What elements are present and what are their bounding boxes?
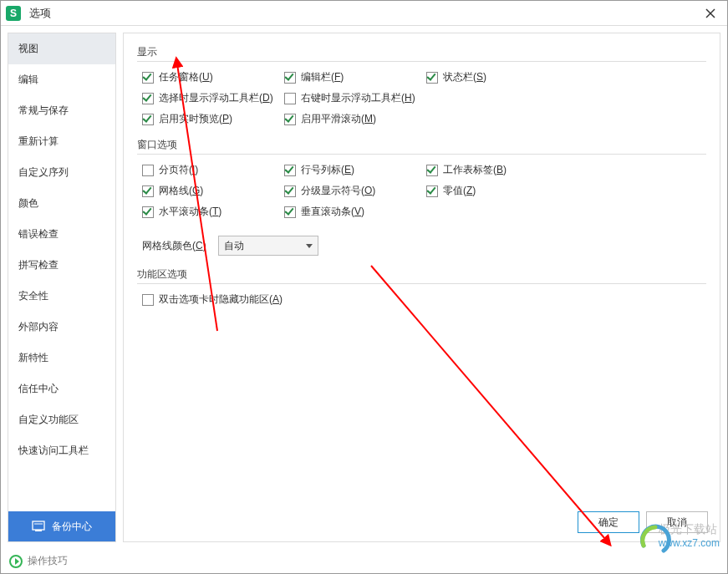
- section-window-title: 窗口选项: [137, 138, 706, 152]
- close-icon: [705, 8, 715, 18]
- svg-rect-2: [33, 521, 44, 530]
- backup-center-button[interactable]: 备份中心: [8, 511, 115, 541]
- checkbox-option[interactable]: 行号列标(E): [284, 163, 426, 177]
- titlebar: S 选项: [1, 1, 727, 26]
- ribbon-options-grid: 双击选项卡时隐藏功能区(A): [142, 292, 706, 307]
- sidebar-item[interactable]: 外部内容: [8, 312, 115, 343]
- section-divider: [137, 154, 706, 155]
- checkbox-option[interactable]: 启用平滑滚动(M): [284, 112, 426, 126]
- close-button[interactable]: [699, 4, 722, 23]
- section-divider: [137, 61, 706, 62]
- checkbox-option[interactable]: 水平滚动条(T): [142, 205, 284, 219]
- gridline-color-row: 网格线颜色(C) 自动: [142, 236, 706, 256]
- checkbox-label: 分级显示符号(O): [301, 184, 375, 198]
- checkbox-label: 选择时显示浮动工具栏(D): [159, 91, 273, 105]
- checkbox-option[interactable]: 工作表标签(B): [426, 163, 568, 177]
- section-ribbon-title: 功能区选项: [137, 267, 706, 282]
- sidebar-item[interactable]: 信任中心: [8, 373, 115, 404]
- sidebar-item[interactable]: 自定义序列: [8, 157, 115, 188]
- checkbox-option[interactable]: 零值(Z): [426, 184, 568, 198]
- checkbox-option[interactable]: 网格线(G): [142, 184, 284, 198]
- checkbox-icon: [426, 165, 438, 176]
- checkbox-icon: [284, 114, 296, 125]
- sidebar-item[interactable]: 重新计算: [8, 126, 115, 157]
- checkbox-icon: [142, 185, 154, 197]
- section-display-title: 显示: [137, 45, 706, 59]
- checkbox-option[interactable]: 分页符(I): [142, 163, 284, 177]
- checkbox-label: 分页符(I): [159, 163, 198, 177]
- sidebar-item[interactable]: 拼写检查: [8, 250, 115, 281]
- backup-center-label: 备份中心: [52, 520, 92, 534]
- checkbox-icon: [142, 165, 154, 176]
- checkbox-label: 行号列标(E): [301, 163, 354, 177]
- checkbox-icon: [284, 93, 296, 104]
- checkbox-icon: [284, 165, 296, 176]
- checkbox-option[interactable]: 选择时显示浮动工具栏(D): [142, 91, 284, 105]
- checkbox-icon: [142, 206, 154, 218]
- gridline-color-value: 自动: [224, 239, 244, 253]
- sidebar-item[interactable]: 快速访问工具栏: [8, 435, 115, 466]
- svg-rect-3: [35, 530, 42, 531]
- checkbox-option[interactable]: 编辑栏(F): [284, 70, 426, 84]
- dialog-buttons: 确定 取消: [578, 511, 708, 533]
- sidebar-item[interactable]: 自定义功能区: [8, 404, 115, 435]
- checkbox-icon: [284, 206, 296, 218]
- tips-link[interactable]: 操作技巧: [28, 554, 68, 568]
- checkbox-icon: [142, 72, 154, 84]
- body: 视图编辑常规与保存重新计算自定义序列颜色错误检查拼写检查安全性外部内容新特性信任…: [1, 26, 727, 549]
- checkbox-icon: [284, 185, 296, 197]
- display-options-grid: 任务窗格(U)编辑栏(F)状态栏(S)选择时显示浮动工具栏(D)右键时显示浮动工…: [142, 70, 706, 126]
- checkbox-label: 状态栏(S): [443, 70, 486, 84]
- checkbox-option[interactable]: 垂直滚动条(V): [284, 205, 426, 219]
- checkbox-option[interactable]: 状态栏(S): [426, 70, 568, 84]
- cancel-button[interactable]: 取消: [646, 511, 708, 533]
- tip-play-icon: [9, 555, 23, 568]
- checkbox-label: 任务窗格(U): [159, 70, 213, 84]
- checkbox-option[interactable]: 分级显示符号(O): [284, 184, 426, 198]
- checkbox-icon: [284, 72, 296, 84]
- window-title: 选项: [29, 6, 699, 21]
- checkbox-option[interactable]: 任务窗格(U): [142, 70, 284, 84]
- sidebar-item[interactable]: 安全性: [8, 281, 115, 312]
- app-icon: S: [6, 6, 21, 21]
- sidebar-item[interactable]: 常规与保存: [8, 95, 115, 126]
- sidebar-item[interactable]: 错误检查: [8, 219, 115, 250]
- checkbox-label: 启用实时预览(P): [159, 112, 232, 126]
- options-window: S 选项 视图编辑常规与保存重新计算自定义序列颜色错误检查拼写检查安全性外部内容…: [0, 0, 728, 574]
- checkbox-label: 编辑栏(F): [301, 70, 344, 84]
- checkbox-label: 工作表标签(B): [443, 163, 507, 177]
- checkbox-label: 水平滚动条(T): [159, 205, 221, 219]
- sidebar: 视图编辑常规与保存重新计算自定义序列颜色错误检查拼写检查安全性外部内容新特性信任…: [8, 33, 116, 542]
- sidebar-item[interactable]: 编辑: [8, 64, 115, 95]
- checkbox-label: 右键时显示浮动工具栏(H): [301, 91, 415, 105]
- checkbox-option[interactable]: 双击选项卡时隐藏功能区(A): [142, 292, 426, 307]
- sidebar-list: 视图编辑常规与保存重新计算自定义序列颜色错误检查拼写检查安全性外部内容新特性信任…: [8, 33, 115, 511]
- gridline-color-label: 网格线颜色(C): [142, 239, 206, 253]
- checkbox-option[interactable]: 启用实时预览(P): [142, 112, 284, 126]
- chevron-down-icon: [306, 244, 313, 248]
- checkbox-icon: [142, 294, 154, 306]
- gridline-color-select[interactable]: 自动: [218, 236, 318, 256]
- section-divider: [137, 283, 706, 284]
- checkbox-icon: [142, 114, 154, 125]
- checkbox-icon: [426, 185, 438, 197]
- sidebar-item[interactable]: 颜色: [8, 188, 115, 219]
- checkbox-label: 双击选项卡时隐藏功能区(A): [159, 292, 283, 307]
- checkbox-icon: [426, 72, 438, 84]
- checkbox-icon: [142, 93, 154, 104]
- footer: 操作技巧: [1, 549, 727, 573]
- content-panel: 显示 任务窗格(U)编辑栏(F)状态栏(S)选择时显示浮动工具栏(D)右键时显示…: [123, 33, 720, 542]
- checkbox-label: 垂直滚动条(V): [301, 205, 364, 219]
- checkbox-label: 零值(Z): [443, 184, 476, 198]
- sidebar-item[interactable]: 视图: [8, 33, 115, 64]
- ok-button[interactable]: 确定: [578, 511, 639, 533]
- backup-icon: [32, 521, 45, 532]
- window-options-grid: 分页符(I)行号列标(E)工作表标签(B)网格线(G)分级显示符号(O)零值(Z…: [142, 163, 706, 219]
- sidebar-item[interactable]: 新特性: [8, 343, 115, 373]
- checkbox-option[interactable]: 右键时显示浮动工具栏(H): [284, 91, 426, 105]
- checkbox-label: 网格线(G): [159, 184, 203, 198]
- checkbox-label: 启用平滑滚动(M): [301, 112, 376, 126]
